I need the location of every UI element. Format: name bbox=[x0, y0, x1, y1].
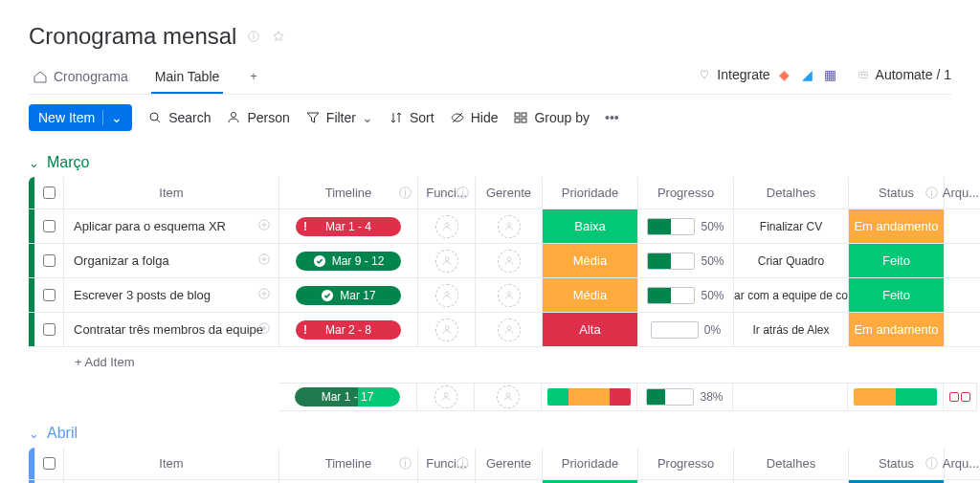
status-cell[interactable]: Em andamento bbox=[848, 313, 944, 346]
new-item-button[interactable]: New Item ⌄ bbox=[29, 104, 132, 131]
group-header[interactable]: ⌄ Abril bbox=[29, 419, 980, 448]
search-button[interactable]: Search bbox=[147, 110, 211, 125]
tab-add[interactable]: + bbox=[242, 61, 265, 94]
arquivo-cell[interactable] bbox=[944, 209, 977, 243]
gerente-cell[interactable] bbox=[475, 278, 542, 312]
row-checkbox[interactable] bbox=[43, 289, 56, 301]
expand-icon[interactable] bbox=[257, 321, 271, 338]
prioridade-cell[interactable]: Média bbox=[542, 244, 637, 277]
group-icon bbox=[513, 110, 528, 125]
star-icon[interactable] bbox=[271, 29, 286, 44]
progress-bar bbox=[647, 252, 695, 270]
status-cell[interactable]: Feito bbox=[848, 244, 944, 277]
col-progresso: Progresso bbox=[657, 186, 714, 200]
progress-bar bbox=[647, 218, 695, 235]
tab-main-table[interactable]: Main Table bbox=[151, 61, 223, 94]
svg-point-1 bbox=[254, 33, 255, 34]
filter-button[interactable]: Filter⌄ bbox=[305, 110, 373, 125]
prioridade-cell[interactable]: Alta bbox=[542, 313, 637, 346]
col-timeline: Timeline bbox=[325, 186, 372, 200]
person-filter[interactable]: Person bbox=[226, 110, 289, 125]
status-cell[interactable]: Em andamento bbox=[848, 209, 944, 243]
item-cell[interactable]: Escrever 3 posts de blog bbox=[63, 278, 278, 312]
funcionario-cell[interactable] bbox=[417, 278, 475, 312]
avatar-placeholder bbox=[435, 215, 458, 238]
info-icon[interactable]: ⓘ bbox=[399, 455, 412, 472]
timeline-cell[interactable]: !Mar 2 - 8 bbox=[278, 313, 417, 346]
svg-point-35 bbox=[445, 325, 449, 329]
row-checkbox[interactable] bbox=[43, 323, 56, 336]
timeline-cell[interactable]: Mar 9 - 12 bbox=[278, 244, 417, 277]
group-header[interactable]: ⌄ Março bbox=[29, 148, 980, 177]
table-row[interactable]: Organizar a folga Mar 9 - 12 Média 50% C… bbox=[29, 244, 980, 278]
info-icon[interactable]: ⓘ bbox=[925, 455, 938, 472]
chevron-down-icon[interactable]: ⌄ bbox=[29, 156, 39, 170]
detalhes-cell[interactable]: Criar Quadro bbox=[733, 244, 848, 277]
svg-point-9 bbox=[232, 113, 236, 118]
avatar-placeholder bbox=[497, 385, 520, 408]
row-checkbox[interactable] bbox=[43, 220, 56, 232]
integrate-button[interactable]: Integrate ◆ ◢ ▦ bbox=[698, 66, 838, 83]
funcionario-cell[interactable] bbox=[417, 209, 475, 243]
table-row[interactable]: Aplicar para o esquema XR !Mar 1 - 4 Bai… bbox=[29, 209, 980, 244]
select-all-checkbox[interactable] bbox=[43, 457, 56, 470]
expand-icon[interactable] bbox=[257, 287, 271, 303]
prioridade-cell[interactable]: Baixa bbox=[542, 209, 637, 243]
info-icon[interactable] bbox=[246, 29, 261, 44]
info-icon[interactable]: ⓘ bbox=[457, 455, 469, 472]
expand-icon[interactable] bbox=[257, 218, 271, 234]
svg-line-8 bbox=[157, 120, 160, 122]
detalhes-cell[interactable]: Falar com a equipe de con... bbox=[733, 278, 848, 312]
timeline-cell[interactable]: !Mar 1 - 4 bbox=[278, 209, 417, 243]
progresso-cell[interactable]: 0% bbox=[637, 313, 733, 346]
chevron-down-icon[interactable]: ⌄ bbox=[102, 110, 122, 125]
table-row[interactable]: Contratar três membros da equipe !Mar 2 … bbox=[29, 313, 980, 347]
prioridade-cell[interactable]: Média bbox=[542, 278, 637, 312]
tab-cronograma[interactable]: Cronograma bbox=[29, 61, 132, 94]
avatar-placeholder bbox=[498, 318, 521, 341]
expand-icon[interactable] bbox=[257, 252, 271, 269]
detalhes-cell[interactable]: Finalizar CV bbox=[733, 209, 848, 243]
timeline-cell[interactable]: Mar 17 bbox=[278, 278, 417, 312]
gerente-cell[interactable] bbox=[475, 244, 542, 277]
hide-button[interactable]: Hide bbox=[450, 110, 499, 125]
timeline-pill: Mar 9 - 12 bbox=[296, 252, 401, 271]
more-button[interactable]: ••• bbox=[605, 110, 619, 125]
col-detalhes: Detalhes bbox=[767, 456, 815, 471]
funcionario-cell[interactable] bbox=[417, 313, 475, 346]
arquivo-cell[interactable] bbox=[944, 244, 977, 277]
gerente-cell[interactable] bbox=[475, 209, 542, 243]
funcionario-cell[interactable] bbox=[417, 244, 475, 277]
plug-icon bbox=[698, 68, 711, 81]
svg-rect-14 bbox=[522, 119, 526, 122]
table-header: Item Timelineⓘ Funci...ⓘ Gerente Priorid… bbox=[29, 177, 980, 209]
add-item-button[interactable]: + Add Item bbox=[29, 347, 980, 377]
detalhes-cell[interactable]: Ir atrás de Alex bbox=[733, 313, 848, 346]
info-icon[interactable]: ⓘ bbox=[925, 185, 938, 202]
info-icon[interactable]: ⓘ bbox=[457, 185, 469, 202]
table-row[interactable]: Escrever 3 posts de blog Mar 17 Média 50… bbox=[29, 278, 980, 313]
item-cell[interactable]: Contratar três membros da equipe bbox=[63, 313, 278, 346]
status-cell[interactable]: Feito bbox=[848, 278, 944, 312]
progress-percent: 50% bbox=[701, 254, 724, 268]
select-all-checkbox[interactable] bbox=[43, 187, 56, 199]
chevron-down-icon[interactable]: ⌄ bbox=[29, 427, 39, 441]
progresso-cell[interactable]: 50% bbox=[637, 278, 733, 312]
sort-button[interactable]: Sort bbox=[389, 110, 434, 125]
groupby-button[interactable]: Group by bbox=[513, 110, 590, 125]
arquivo-cell[interactable] bbox=[944, 278, 977, 312]
automate-button[interactable]: Automate / 1 bbox=[857, 67, 951, 82]
timeline-summary: Mar 1 - 17 bbox=[295, 387, 400, 406]
item-cell[interactable]: Organizar a folga bbox=[63, 244, 278, 277]
item-name: Aplicar para o esquema XR bbox=[74, 219, 226, 233]
progresso-cell[interactable]: 50% bbox=[637, 244, 733, 277]
avatar-placeholder bbox=[434, 385, 457, 408]
svg-point-30 bbox=[445, 291, 449, 295]
arquivo-cell[interactable] bbox=[944, 313, 977, 346]
info-icon[interactable]: ⓘ bbox=[399, 185, 412, 202]
gerente-cell[interactable] bbox=[475, 313, 542, 346]
progresso-cell[interactable]: 50% bbox=[637, 209, 733, 243]
row-checkbox[interactable] bbox=[43, 254, 56, 267]
item-cell[interactable]: Aplicar para o esquema XR bbox=[63, 209, 278, 243]
svg-rect-3 bbox=[858, 72, 867, 77]
